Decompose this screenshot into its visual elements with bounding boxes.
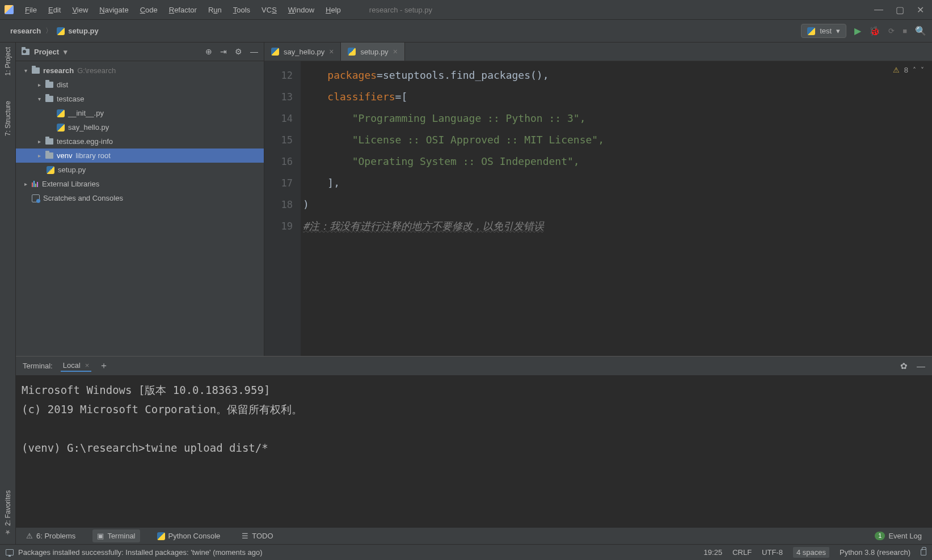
terminal-panel: Terminal: Local × ＋ ✿ — Microsoft Window… — [16, 356, 932, 527]
editor-tab-say-hello[interactable]: say_hello.py × — [264, 43, 341, 61]
debug-button[interactable]: 🐞 — [869, 26, 880, 36]
inspections-widget[interactable]: ⚠ 8 ˄ ˅ — [893, 66, 924, 74]
chevron-right-icon: 〉 — [45, 26, 52, 36]
minimize-icon[interactable]: — — [874, 5, 883, 15]
terminal-tab-local[interactable]: Local × — [61, 360, 92, 372]
terminal-icon: ▣ — [97, 532, 104, 540]
menu-file[interactable]: File — [19, 3, 43, 16]
python-file-icon — [271, 48, 279, 56]
project-tool-tab[interactable]: 1: Project — [3, 45, 13, 78]
breadcrumb-file[interactable]: setup.py — [57, 27, 98, 35]
warning-icon: ⚠ — [893, 66, 900, 74]
error-stripe[interactable] — [923, 61, 932, 356]
breadcrumb-root[interactable]: research — [10, 27, 41, 35]
terminal-header: Terminal: Local × ＋ ✿ — — [16, 357, 932, 376]
editor-area: say_hello.py × setup.py × 12 13 14 15 16… — [264, 43, 932, 356]
menu-window[interactable]: Window — [282, 3, 320, 16]
tree-dist[interactable]: ▸ dist — [16, 78, 264, 92]
python-console-tab[interactable]: Python Console — [153, 529, 225, 542]
todo-tab[interactable]: ☰ TODO — [237, 529, 277, 542]
folder-icon — [32, 67, 40, 74]
lock-icon[interactable] — [921, 549, 926, 555]
search-everywhere-icon[interactable]: 🔍 — [915, 26, 926, 36]
chevron-down-icon[interactable]: ˅ — [921, 66, 924, 74]
menu-run[interactable]: Run — [203, 3, 227, 16]
problems-tab[interactable]: ⚠ 6: Problems — [22, 529, 80, 542]
code-editor[interactable]: packages=setuptools.find_packages(), cla… — [301, 61, 923, 356]
terminal-body[interactable]: Microsoft Windows [版本 10.0.18363.959] (c… — [16, 376, 932, 527]
tree-setup-py[interactable]: setup.py — [16, 163, 264, 177]
menubar: File Edit View Navigate Code Refactor Ru… — [0, 0, 932, 20]
maximize-icon[interactable]: ▢ — [896, 5, 904, 15]
menu-vcs[interactable]: VCS — [256, 3, 282, 16]
menu-navigate[interactable]: Navigate — [94, 3, 134, 16]
favorites-tool-tab[interactable]: ★2: Favorites — [3, 488, 13, 538]
event-log-tab[interactable]: 1 Event Log — [870, 529, 926, 542]
terminal-tab[interactable]: ▣ Terminal — [92, 529, 140, 542]
run-config-selector[interactable]: test ▾ — [801, 24, 846, 38]
status-line-sep[interactable]: CRLF — [732, 548, 752, 557]
close-tab-icon[interactable]: × — [393, 47, 398, 56]
tree-root[interactable]: ▾ research G:\research — [16, 63, 264, 78]
chevron-down-icon[interactable]: ▾ — [64, 48, 68, 56]
collapse-icon[interactable]: ⇥ — [220, 47, 227, 56]
status-icon — [6, 549, 14, 555]
hide-icon[interactable]: — — [917, 361, 925, 371]
todo-icon: ☰ — [242, 532, 248, 540]
python-file-icon — [57, 27, 65, 35]
tree-scratches[interactable]: Scratches and Consoles — [16, 191, 264, 205]
close-tab-icon[interactable]: × — [329, 47, 334, 56]
tree-say-hello[interactable]: say_hello.py — [16, 120, 264, 134]
project-panel: Project ▾ ⊕ ⇥ ⚙ — ▾ research G:\research… — [16, 43, 264, 356]
menu-tools[interactable]: Tools — [227, 3, 256, 16]
tree-init-py[interactable]: __init__.py — [16, 106, 264, 120]
python-icon — [807, 27, 815, 35]
project-panel-title: Project — [34, 48, 59, 56]
folder-icon — [45, 96, 53, 102]
status-interpreter[interactable]: Python 3.8 (research) — [840, 548, 910, 557]
project-tree[interactable]: ▾ research G:\research ▸ dist ▾ testcase… — [16, 61, 264, 356]
status-bar: Packages installed successfully: Install… — [0, 544, 932, 560]
close-tab-icon[interactable]: × — [85, 361, 90, 370]
stop-button[interactable]: ■ — [903, 27, 907, 35]
menu-edit[interactable]: Edit — [43, 3, 66, 16]
status-time[interactable]: 19:25 — [704, 548, 723, 557]
event-count-badge: 1 — [875, 532, 885, 540]
left-tool-gutter: 1: Project 7: Structure ★2: Favorites — [0, 43, 16, 544]
chevron-up-icon[interactable]: ˄ — [913, 66, 916, 74]
python-file-icon — [57, 109, 65, 117]
structure-tool-tab[interactable]: 7: Structure — [3, 99, 13, 138]
folder-icon — [45, 138, 53, 145]
menu-help[interactable]: Help — [320, 3, 347, 16]
window-title: research - setup.py — [347, 6, 874, 14]
app-icon — [5, 5, 14, 14]
python-icon — [157, 532, 165, 540]
tree-external-libs[interactable]: ▸ External Libraries — [16, 177, 264, 191]
new-terminal-button[interactable]: ＋ — [99, 360, 108, 372]
run-button[interactable]: ▶ — [854, 26, 861, 36]
menu-view[interactable]: View — [66, 3, 94, 16]
coverage-button[interactable]: ⟳ — [888, 27, 895, 35]
status-indent[interactable]: 4 spaces — [793, 547, 829, 558]
menu-refactor[interactable]: Refactor — [163, 3, 203, 16]
status-encoding[interactable]: UTF-8 — [762, 548, 783, 557]
run-config-name: test — [820, 27, 832, 35]
gear-icon[interactable]: ✿ — [900, 361, 908, 371]
warning-icon: ⚠ — [26, 532, 33, 540]
hide-icon[interactable]: — — [250, 47, 258, 56]
tree-egg-info[interactable]: ▸ testcase.egg-info — [16, 134, 264, 149]
breadcrumb: research 〉 setup.py — [10, 26, 99, 36]
star-icon: ★ — [4, 528, 12, 536]
line-number-gutter[interactable]: 12 13 14 15 16 17 18 19 — [264, 61, 301, 356]
editor-tab-setup[interactable]: setup.py × — [341, 43, 404, 61]
scratch-icon — [32, 194, 40, 202]
inspection-count: 8 — [904, 66, 908, 74]
python-file-icon — [57, 124, 65, 131]
menu-code[interactable]: Code — [134, 3, 163, 16]
bottom-tool-tabs: ⚠ 6: Problems ▣ Terminal Python Console … — [16, 527, 932, 544]
locate-icon[interactable]: ⊕ — [205, 47, 212, 56]
gear-icon[interactable]: ⚙ — [235, 47, 242, 56]
tree-testcase[interactable]: ▾ testcase — [16, 92, 264, 106]
close-icon[interactable]: ✕ — [917, 5, 924, 15]
tree-venv[interactable]: ▸ venv library root — [16, 149, 264, 163]
